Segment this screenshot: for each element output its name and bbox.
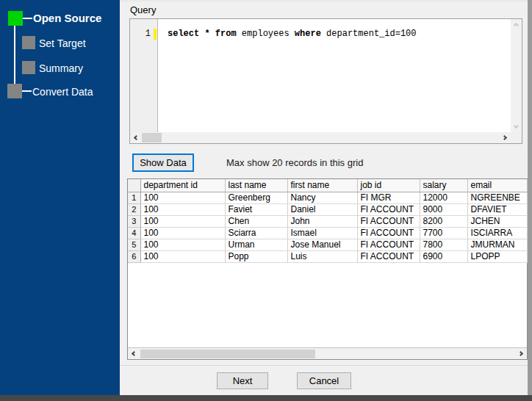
grid-cell[interactable]: 100 [140, 215, 225, 227]
grid-cell[interactable]: Nancy [287, 192, 357, 203]
wizard-sidebar: Open Source Set Target Summary Convert D… [0, 0, 120, 395]
editor-vertical-scrollbar[interactable] [511, 19, 522, 132]
grid-cell[interactable]: Faviet [225, 203, 287, 215]
tree-connector [14, 26, 15, 85]
grid-cell[interactable]: 12000 [420, 192, 467, 203]
grid-horizontal-scrollbar[interactable] [128, 347, 527, 359]
grid-cell[interactable]: 100 [140, 227, 225, 239]
step-indicator-open-source[interactable] [8, 11, 23, 26]
grid-cell[interactable]: John [287, 215, 357, 227]
grid-cell[interactable]: JCHEN [467, 215, 527, 227]
window-bottom-edge [0, 395, 532, 401]
grid-cell[interactable]: Popp [225, 250, 287, 262]
grid-cell[interactable]: FI MGR [357, 192, 420, 203]
grid-cell[interactable]: FI ACCOUNT [357, 239, 420, 250]
data-grid-table: department idlast namefirst namejob idsa… [128, 179, 528, 263]
sql-code[interactable]: select * from employees where department… [168, 29, 508, 39]
grid-cell[interactable]: 7800 [420, 239, 467, 250]
grid-header-row: department idlast namefirst namejob idsa… [128, 179, 527, 192]
row-number[interactable]: 1 [128, 192, 140, 203]
scroll-right-icon[interactable] [500, 132, 511, 143]
row-number[interactable]: 6 [128, 250, 140, 262]
grid-cell[interactable]: Ismael [287, 227, 357, 239]
max-records-note: Max show 20 records in this grid [226, 157, 363, 168]
grid-cell[interactable]: Greenberg [225, 192, 287, 203]
grid-cell[interactable]: JMURMAN [467, 239, 527, 250]
scroll-left-icon[interactable] [130, 132, 141, 143]
sql-token: * [204, 29, 215, 39]
grid-body: 1100GreenbergNancyFI MGR12000NGREENBE210… [128, 192, 527, 262]
scroll-down-icon[interactable] [511, 121, 522, 132]
grid-cell[interactable]: Chen [225, 215, 287, 227]
row-number[interactable]: 4 [128, 227, 140, 239]
sql-token: from [215, 29, 242, 39]
table-row[interactable]: 5100UrmanJose ManuelFI ACCOUNT7800JMURMA… [128, 239, 527, 250]
result-grid: department idlast namefirst namejob idsa… [127, 178, 528, 360]
table-row[interactable]: 1100GreenbergNancyFI MGR12000NGREENBE [128, 192, 527, 203]
scrollbar-corner [511, 132, 522, 143]
grid-cell[interactable]: 100 [140, 250, 225, 262]
window-top-edge [120, 0, 528, 1]
grid-cell[interactable]: Urman [225, 239, 287, 250]
grid-cell[interactable]: Jose Manuel [287, 239, 357, 250]
scrollbar-thumb[interactable] [142, 133, 162, 142]
column-header-last-name: last name [225, 179, 287, 192]
grid-cell[interactable]: 8200 [420, 215, 467, 227]
scroll-up-icon[interactable] [511, 19, 522, 30]
grid-cell[interactable]: FI ACCOUNT [357, 203, 420, 215]
line-number-gutter: 1 [130, 19, 158, 132]
table-row[interactable]: 2100FavietDanielFI ACCOUNT9000DFAVIET [128, 203, 527, 215]
footer-bar: Next Cancel [120, 365, 528, 395]
tree-connector [23, 18, 32, 19]
editor-horizontal-scrollbar[interactable] [130, 132, 511, 143]
sql-token: department_id=100 [326, 29, 416, 39]
grid-cell[interactable]: FI ACCOUNT [357, 215, 420, 227]
grid-cell[interactable]: 6900 [420, 250, 467, 262]
step-indicator-summary[interactable] [22, 61, 35, 74]
column-header-first-name: first name [287, 179, 357, 192]
table-row[interactable]: 6100PoppLuisFI ACCOUNT6900LPOPP [128, 250, 527, 262]
sql-editor[interactable]: 1 select * from employees where departme… [129, 18, 522, 144]
table-row[interactable]: 4100SciarraIsmaelFI ACCOUNT7700ISCIARRA [128, 227, 527, 239]
next-button[interactable]: Next [217, 372, 268, 389]
grid-cell[interactable]: LPOPP [467, 250, 527, 262]
grid-cell[interactable]: 9000 [420, 203, 467, 215]
grid-cell[interactable]: Sciarra [225, 227, 287, 239]
grid-cell[interactable]: 100 [140, 203, 225, 215]
row-number[interactable]: 3 [128, 215, 140, 227]
column-header-salary: salary [420, 179, 467, 192]
scroll-right-icon[interactable] [516, 348, 527, 359]
sidebar-step-convert-data[interactable]: Convert Data [32, 86, 93, 98]
grid-cell[interactable]: DFAVIET [467, 203, 527, 215]
query-panel-label: Query [130, 4, 156, 15]
column-header-job-id: job id [357, 179, 420, 192]
row-number[interactable]: 2 [128, 203, 140, 215]
grid-cell[interactable]: FI ACCOUNT [357, 227, 420, 239]
column-header-email: email [467, 179, 527, 192]
show-data-button[interactable]: Show Data [132, 153, 194, 172]
grid-cell[interactable]: FI ACCOUNT [357, 250, 420, 262]
line-number: 1 [145, 29, 151, 39]
step-indicator-set-target[interactable] [22, 36, 35, 49]
scroll-left-icon[interactable] [128, 348, 139, 359]
modified-line-marker [154, 29, 157, 40]
scrollbar-thumb[interactable] [140, 350, 315, 358]
row-number[interactable]: 5 [128, 239, 140, 250]
sidebar-step-open-source[interactable]: Open Source [33, 12, 101, 24]
window-right-edge [528, 0, 532, 401]
grid-cell[interactable]: 7700 [420, 227, 467, 239]
grid-cell[interactable]: NGREENBE [467, 192, 527, 203]
grid-cell[interactable]: Luis [287, 250, 357, 262]
table-row[interactable]: 3100ChenJohnFI ACCOUNT8200JCHEN [128, 215, 527, 227]
grid-cell[interactable]: 100 [140, 239, 225, 250]
tree-connector [22, 90, 32, 92]
step-indicator-convert-data[interactable] [7, 84, 22, 98]
sql-token: employees [242, 29, 295, 39]
grid-corner-cell [128, 179, 140, 192]
grid-cell[interactable]: Daniel [287, 203, 357, 215]
sidebar-step-set-target[interactable]: Set Target [39, 37, 86, 49]
cancel-button[interactable]: Cancel [297, 372, 351, 389]
grid-cell[interactable]: 100 [140, 192, 225, 203]
sidebar-step-summary[interactable]: Summary [39, 62, 83, 74]
grid-cell[interactable]: ISCIARRA [467, 227, 527, 239]
